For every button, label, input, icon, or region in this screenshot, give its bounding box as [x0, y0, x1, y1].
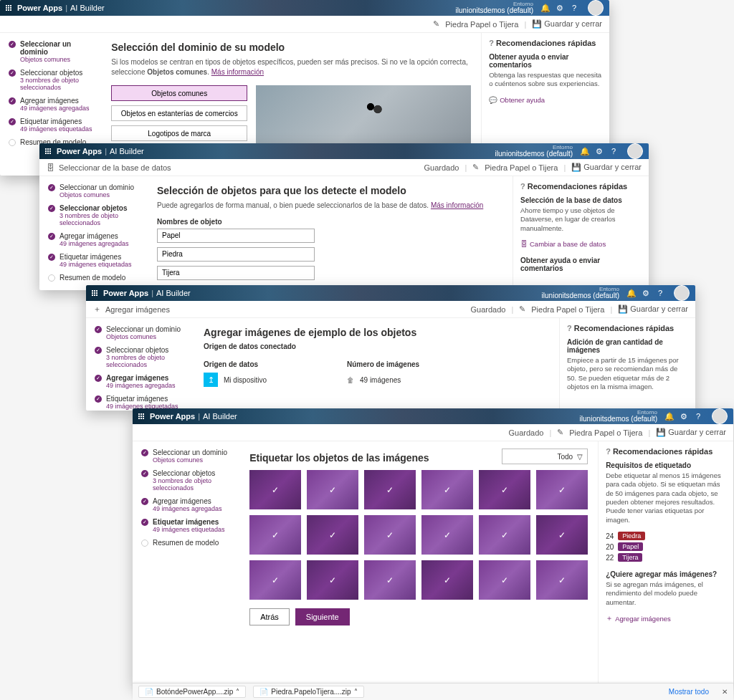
sidebar-step-images[interactable]: ✓Agregar imágenes49 imágenes agregadas [48, 232, 143, 247]
brand-module[interactable]: AI Builder [70, 4, 105, 12]
save-button[interactable]: 💾 Guardar y cerrar [656, 428, 726, 437]
model-name[interactable]: Piedra Papel o Tijera [569, 428, 642, 437]
app-launcher-icon[interactable] [138, 413, 144, 419]
gear-icon[interactable]: ⚙ [642, 289, 651, 297]
sidebar-step-images[interactable]: ✓Agregar imágenes49 imágenes agregadas [95, 374, 189, 389]
environment-picker[interactable]: Entornoilunionitsdemos (default) [542, 287, 619, 299]
pencil-icon[interactable]: ✎ [472, 163, 479, 172]
sidebar-step-domain[interactable]: ✓Seleccionar un dominioObjetos comunes [48, 183, 143, 198]
brand-app[interactable]: Power Apps [17, 4, 62, 12]
downloads-bar: 📄BotóndePowerApp....zip˄ 📄Piedra.PapeloT… [133, 683, 733, 700]
sidebar-step-domain[interactable]: ✓Seleccionar un dominioObjetos comunes [9, 40, 97, 63]
sidebar-step-tag[interactable]: ✓Etiquetar imágenes49 imágenes etiquetad… [95, 395, 189, 410]
image-thumb[interactable]: ✓ [536, 515, 588, 555]
pencil-icon[interactable]: ✎ [557, 428, 563, 437]
image-thumb[interactable]: ✓ [421, 560, 473, 600]
image-thumb[interactable]: ✓ [249, 515, 301, 555]
sidebar-step-objects[interactable]: ✓Seleccionar objetos3 nombres de objeto … [48, 204, 143, 226]
domain-retail-shelf[interactable]: Objetos en estanterías de comercios [111, 105, 247, 121]
chevron-up-icon[interactable]: ˄ [354, 688, 358, 696]
sidebar-step-objects[interactable]: ✓Seleccionar objetos3 nombres de objeto … [95, 346, 189, 368]
save-button[interactable]: 💾 Guardar y cerrar [571, 163, 642, 172]
notification-icon[interactable]: 🔔 [664, 412, 673, 421]
next-button[interactable]: Siguiente [295, 608, 350, 625]
file-icon: 📄 [259, 688, 268, 696]
gear-icon[interactable]: ⚙ [596, 147, 604, 155]
download-file[interactable]: 📄BotóndePowerApp....zip˄ [138, 686, 246, 698]
download-file[interactable]: 📄Piedra.PapeloTijera....zip˄ [253, 686, 363, 698]
filter-dropdown[interactable]: Todo ▽ [502, 449, 588, 464]
help-icon[interactable]: ? [572, 4, 581, 12]
image-thumb[interactable]: ✓ [479, 470, 530, 509]
image-thumb[interactable]: ✓ [307, 560, 358, 600]
sidebar-step-objects[interactable]: ✓Seleccionar objetos3 nombres de objeto … [141, 469, 235, 492]
model-name[interactable]: Piedra Papel o Tijera [485, 163, 558, 172]
select-from-db-button[interactable]: 🗄Seleccionar de la base de datos [47, 163, 171, 172]
model-name[interactable]: Piedra Papel o Tijera [531, 305, 604, 314]
app-launcher-icon[interactable] [92, 290, 97, 296]
object-name-input-3[interactable] [157, 266, 315, 280]
trash-icon[interactable]: 🗑 [347, 376, 354, 384]
app-launcher-icon[interactable] [6, 5, 11, 11]
sidebar-step-tag[interactable]: ✓Etiquetar imágenes49 imágenes etiquetad… [141, 518, 235, 533]
domain-common-objects[interactable]: Objetos comunes [111, 85, 247, 101]
gear-icon[interactable]: ⚙ [556, 4, 565, 12]
add-images-button[interactable]: ＋Agregar imágenes [93, 304, 170, 315]
gear-icon[interactable]: ⚙ [680, 412, 689, 421]
image-thumb[interactable]: ✓ [364, 470, 416, 509]
image-thumb[interactable]: ✓ [249, 560, 301, 600]
notification-icon[interactable]: 🔔 [580, 147, 588, 155]
chevron-up-icon[interactable]: ˄ [236, 688, 239, 696]
sidebar-step-images[interactable]: ✓Agregar imágenes49 imágenes agregadas [9, 97, 97, 112]
more-info-link[interactable]: Más información [431, 201, 483, 209]
app-launcher-icon[interactable] [45, 148, 51, 154]
sidebar-step-domain[interactable]: ✓Seleccionar un dominioObjetos comunes [95, 325, 189, 340]
avatar[interactable] [588, 0, 604, 16]
help-icon[interactable]: ? [611, 147, 620, 155]
pencil-icon[interactable]: ✎ [519, 305, 525, 314]
more-info-link[interactable]: Más información [211, 68, 264, 76]
image-thumb[interactable]: ✓ [364, 560, 416, 600]
object-name-input-2[interactable] [157, 247, 315, 262]
avatar[interactable] [712, 408, 728, 424]
notification-icon[interactable]: 🔔 [626, 289, 635, 297]
pencil-icon[interactable]: ✎ [433, 19, 439, 29]
sidebar-step-objects[interactable]: ✓Seleccionar objetos3 nombres de objeto … [9, 69, 97, 91]
image-thumb[interactable]: ✓ [307, 515, 358, 555]
image-thumb[interactable]: ✓ [536, 470, 588, 509]
sidebar-step-summary[interactable]: Resumen de modelo [141, 539, 235, 547]
sidebar-step-summary[interactable]: Resumen de modelo [48, 274, 143, 282]
sidebar-step-images[interactable]: ✓Agregar imágenes49 imágenes agregadas [141, 497, 235, 512]
sidebar-step-tag[interactable]: ✓Etiquetar imágenes49 imágenes etiquetad… [48, 253, 143, 268]
image-thumb[interactable]: ✓ [421, 470, 473, 509]
model-name[interactable]: Piedra Papel o Tijera [445, 20, 518, 29]
image-thumb[interactable]: ✓ [536, 560, 588, 600]
domain-brand-logos[interactable]: Logotipos de marca [111, 125, 247, 141]
show-all-downloads[interactable]: Mostrar todo [669, 688, 709, 696]
close-icon[interactable]: ✕ [722, 688, 728, 696]
save-button[interactable]: 💾 Guardar y cerrar [618, 305, 688, 314]
environment-picker[interactable]: Entorno ilunionitsdemos (default) [456, 1, 533, 14]
sidebar-step-domain[interactable]: ✓Seleccionar un dominioObjetos comunes [141, 449, 235, 464]
help-icon[interactable]: ? [696, 412, 705, 421]
image-thumb[interactable]: ✓ [307, 470, 358, 509]
image-thumb[interactable]: ✓ [249, 470, 301, 509]
object-name-input-1[interactable] [157, 229, 315, 243]
save-button[interactable]: 💾 Guardar y cerrar [532, 19, 602, 29]
avatar[interactable] [674, 285, 690, 301]
add-images-link[interactable]: ＋Agregar imágenes [606, 614, 671, 623]
get-help-link[interactable]: 💬Obtener ayuda [489, 96, 545, 104]
avatar[interactable] [627, 143, 643, 159]
image-thumb[interactable]: ✓ [364, 515, 416, 555]
help-icon[interactable]: ? [658, 289, 667, 297]
image-thumb[interactable]: ✓ [421, 515, 473, 555]
environment-picker[interactable]: Entornoilunionitsdemos (default) [495, 145, 573, 158]
back-button[interactable]: Atrás [249, 608, 290, 625]
image-thumb[interactable]: ✓ [479, 515, 530, 555]
sidebar-step-tag[interactable]: ✓Etiquetar imágenes49 imágenes etiquetad… [9, 118, 97, 133]
help-icon: ? [489, 39, 494, 47]
notification-icon[interactable]: 🔔 [540, 4, 549, 12]
image-thumb[interactable]: ✓ [479, 560, 530, 600]
switch-to-db-link[interactable]: 🗄Cambiar a base de datos [520, 240, 606, 248]
environment-picker[interactable]: Entornoilunionitsdemos (default) [580, 410, 657, 423]
